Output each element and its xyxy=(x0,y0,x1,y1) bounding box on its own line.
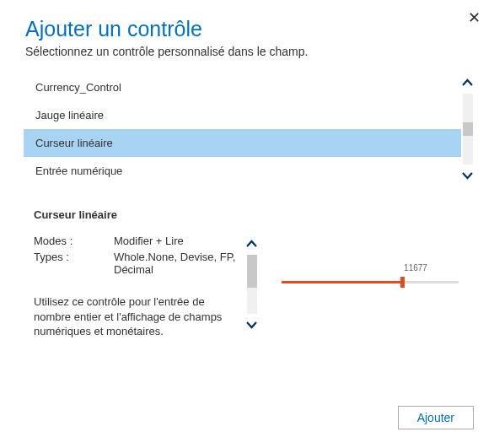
scroll-thumb[interactable] xyxy=(463,122,473,137)
slider-value-label: 11677 xyxy=(404,263,427,273)
list-item-jauge-lineaire[interactable]: Jauge linéaire xyxy=(34,101,461,129)
list-item-curseur-lineaire[interactable]: Curseur linéaire xyxy=(24,129,461,157)
linear-slider[interactable] xyxy=(282,275,459,289)
types-label: Types : xyxy=(34,251,114,276)
dialog-title: Ajouter un contrôle xyxy=(25,17,474,41)
scroll-track[interactable] xyxy=(463,94,473,165)
detail-title: Curseur linéaire xyxy=(34,208,474,221)
control-list: Currency_Control Jauge linéaire Curseur … xyxy=(34,73,461,185)
detail-section: Modes : Modifier + Lire Types : Whole.No… xyxy=(34,235,474,339)
slider-preview: 11677 xyxy=(258,235,474,289)
detail-left: Modes : Modifier + Lire Types : Whole.No… xyxy=(34,235,258,339)
list-item-currency-control[interactable]: Currency_Control xyxy=(34,73,461,101)
detail-scrollbar[interactable] xyxy=(245,235,258,339)
add-button[interactable]: Ajouter xyxy=(398,406,474,429)
detail-scroll-down-icon[interactable] xyxy=(245,316,258,334)
close-icon[interactable]: ✕ xyxy=(468,10,481,25)
dialog-footer: Ajouter xyxy=(398,406,474,429)
detail-scroll-thumb[interactable] xyxy=(247,255,257,288)
modes-value: Modifier + Lire xyxy=(114,235,239,247)
detail-description: Utilisez ce contrôle pour l'entrée de no… xyxy=(34,294,239,339)
detail-text: Modes : Modifier + Lire Types : Whole.No… xyxy=(34,235,239,339)
modes-label: Modes : xyxy=(34,235,114,247)
slider-fill xyxy=(282,281,402,283)
slider-thumb[interactable] xyxy=(400,277,405,288)
detail-scroll-up-icon[interactable] xyxy=(245,235,258,253)
dialog-subtitle: Sélectionnez un contrôle personnalisé da… xyxy=(25,45,474,58)
control-list-wrap: Currency_Control Jauge linéaire Curseur … xyxy=(34,73,474,185)
detail-scroll-track[interactable] xyxy=(247,255,257,314)
list-scrollbar[interactable] xyxy=(461,73,474,185)
types-value: Whole.None, Devise, FP, Décimal xyxy=(114,251,239,276)
scroll-down-icon[interactable] xyxy=(461,166,474,185)
scroll-up-icon[interactable] xyxy=(461,73,474,92)
list-item-entree-numerique[interactable]: Entrée numérique xyxy=(34,157,461,185)
